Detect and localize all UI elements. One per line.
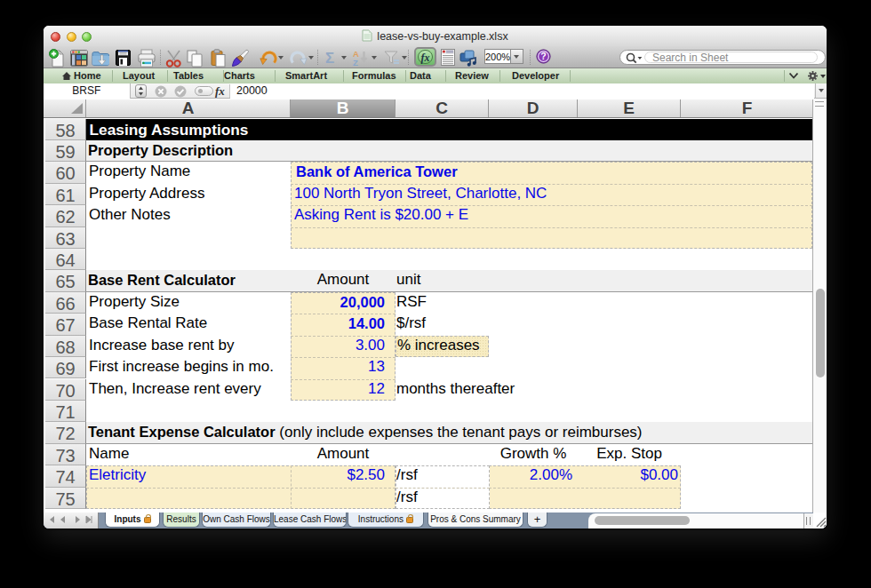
svg-text:Z: Z: [353, 58, 358, 67]
svg-text:?: ?: [540, 51, 546, 61]
